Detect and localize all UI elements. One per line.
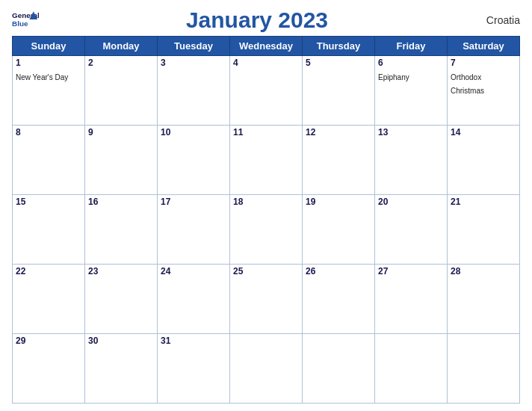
calendar-week-row: 15161718192021 xyxy=(13,195,520,265)
day-number: 25 xyxy=(233,266,299,276)
calendar-header: General Blue January 2023 Croatia xyxy=(12,7,520,33)
table-row: 3 xyxy=(158,56,230,126)
day-number: 19 xyxy=(306,197,371,207)
table-row: 22 xyxy=(13,265,85,334)
table-row: 11 xyxy=(230,126,303,195)
holiday-name: Epiphany xyxy=(378,73,409,81)
day-number: 4 xyxy=(233,58,299,68)
col-monday: Monday xyxy=(85,37,158,56)
calendar-table: Sunday Monday Tuesday Wednesday Thursday… xyxy=(12,36,520,404)
table-row: 28 xyxy=(448,265,520,334)
table-row: 6Epiphany xyxy=(375,56,448,126)
table-row: 23 xyxy=(85,265,158,334)
day-number: 28 xyxy=(451,266,516,276)
day-number: 12 xyxy=(306,127,371,137)
table-row: 9 xyxy=(85,126,158,195)
table-row xyxy=(303,334,375,404)
col-friday: Friday xyxy=(375,37,448,56)
day-number: 10 xyxy=(161,127,226,137)
table-row: 19 xyxy=(303,195,375,265)
table-row: 1New Year's Day xyxy=(13,56,85,126)
table-row: 27 xyxy=(375,265,448,334)
table-row: 20 xyxy=(375,195,448,265)
table-row: 10 xyxy=(158,126,230,195)
day-number: 7 xyxy=(451,58,516,68)
table-row: 21 xyxy=(448,195,520,265)
col-thursday: Thursday xyxy=(303,37,375,56)
day-number: 20 xyxy=(378,197,444,207)
table-row: 24 xyxy=(158,265,230,334)
day-number: 13 xyxy=(378,127,444,137)
table-row: 31 xyxy=(158,334,230,404)
day-number: 27 xyxy=(378,266,444,276)
table-row: 26 xyxy=(303,265,375,334)
holiday-name: Orthodox Christmas xyxy=(451,73,484,95)
holiday-name: New Year's Day xyxy=(16,73,68,81)
day-number: 21 xyxy=(451,197,516,207)
table-row: 7Orthodox Christmas xyxy=(448,56,520,126)
day-number: 29 xyxy=(16,336,81,346)
day-number: 17 xyxy=(161,197,226,207)
col-sunday: Sunday xyxy=(13,37,85,56)
day-number: 2 xyxy=(88,58,154,68)
day-number: 30 xyxy=(88,336,154,346)
day-number: 5 xyxy=(306,58,371,68)
day-number: 22 xyxy=(16,266,81,276)
day-number: 6 xyxy=(378,58,444,68)
day-number: 1 xyxy=(16,58,81,68)
weekday-header-row: Sunday Monday Tuesday Wednesday Thursday… xyxy=(13,37,520,56)
table-row: 13 xyxy=(375,126,448,195)
table-row xyxy=(448,334,520,404)
calendar-week-row: 891011121314 xyxy=(13,126,520,195)
table-row xyxy=(230,334,303,404)
day-number: 11 xyxy=(233,127,299,137)
day-number: 31 xyxy=(161,336,226,346)
day-number: 26 xyxy=(306,266,371,276)
day-number: 16 xyxy=(88,197,154,207)
table-row: 4 xyxy=(230,56,303,126)
svg-text:Blue: Blue xyxy=(12,19,28,28)
calendar-week-row: 22232425262728 xyxy=(13,265,520,334)
table-row: 30 xyxy=(85,334,158,404)
table-row: 12 xyxy=(303,126,375,195)
calendar-week-row: 293031 xyxy=(13,334,520,404)
day-number: 15 xyxy=(16,197,81,207)
table-row: 2 xyxy=(85,56,158,126)
table-row: 29 xyxy=(13,334,85,404)
col-tuesday: Tuesday xyxy=(158,37,230,56)
day-number: 14 xyxy=(451,127,516,137)
table-row: 15 xyxy=(13,195,85,265)
day-number: 24 xyxy=(161,266,226,276)
day-number: 8 xyxy=(16,127,81,137)
day-number: 9 xyxy=(88,127,154,137)
table-row: 5 xyxy=(303,56,375,126)
table-row xyxy=(375,334,448,404)
logo-icon: General Blue xyxy=(12,10,39,31)
table-row: 8 xyxy=(13,126,85,195)
table-row: 25 xyxy=(230,265,303,334)
col-saturday: Saturday xyxy=(448,37,520,56)
logo: General Blue xyxy=(12,10,39,31)
country-label: Croatia xyxy=(475,14,520,26)
month-title: January 2023 xyxy=(39,7,475,33)
table-row: 17 xyxy=(158,195,230,265)
day-number: 18 xyxy=(233,197,299,207)
calendar-week-row: 1New Year's Day23456Epiphany7Orthodox Ch… xyxy=(13,56,520,126)
table-row: 14 xyxy=(448,126,520,195)
table-row: 18 xyxy=(230,195,303,265)
day-number: 23 xyxy=(88,266,154,276)
day-number: 3 xyxy=(161,58,226,68)
col-wednesday: Wednesday xyxy=(230,37,303,56)
table-row: 16 xyxy=(85,195,158,265)
